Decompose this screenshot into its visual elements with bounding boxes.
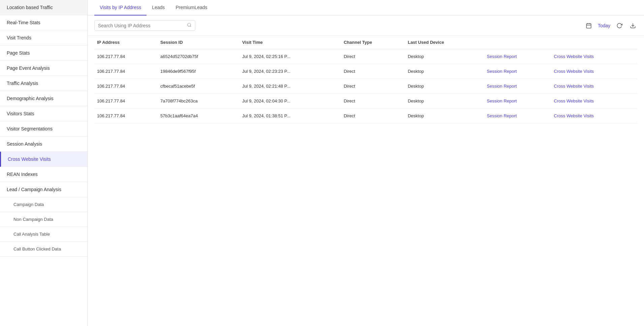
svg-rect-2 xyxy=(586,24,591,28)
cross-website-visits-link[interactable]: Cross Website Visits xyxy=(554,98,594,103)
sidebar-item-session-analysis[interactable]: Session Analysis xyxy=(0,137,87,152)
cross-website-visits-link[interactable]: Cross Website Visits xyxy=(554,113,594,118)
cell-device: Desktop xyxy=(405,49,484,64)
calendar-button[interactable] xyxy=(584,22,593,29)
svg-point-0 xyxy=(188,23,191,26)
today-label[interactable]: Today xyxy=(598,23,610,28)
tabs-bar: Visits by IP AddressLeadsPremiumLeads xyxy=(88,0,644,16)
main-content: Visits by IP AddressLeadsPremiumLeads To… xyxy=(88,0,644,326)
cell-channel: Direct xyxy=(341,94,405,109)
cell-session-report[interactable]: Session Report xyxy=(484,94,551,109)
table-row: 106.217.77.84cfbecaf51acebe5fJul 9, 2024… xyxy=(94,79,637,94)
cell-visit-time: Jul 9, 2024, 02:04:30 P... xyxy=(239,94,341,109)
sidebar-item-visitors-stats[interactable]: Visitors Stats xyxy=(0,106,87,121)
cell-ip: 106.217.77.84 xyxy=(94,49,158,64)
cell-session-report[interactable]: Session Report xyxy=(484,64,551,79)
cell-channel: Direct xyxy=(341,64,405,79)
toolbar-right: Today xyxy=(584,22,637,29)
col-ip-address: IP Address xyxy=(94,36,158,49)
cell-cross-website[interactable]: Cross Website Visits xyxy=(551,64,637,79)
cross-website-visits-link[interactable]: Cross Website Visits xyxy=(554,69,594,74)
cell-session-report[interactable]: Session Report xyxy=(484,79,551,94)
sidebar-item-visitor-segmentations[interactable]: Visitor Segmentations xyxy=(0,121,87,137)
col-channel-type: Channel Type xyxy=(341,36,405,49)
sidebar-item-cross-website-visits[interactable]: Cross Website Visits xyxy=(0,152,87,167)
cell-session: cfbecaf51acebe5f xyxy=(158,79,239,94)
table-row: 106.217.77.847a708f774bc263caJul 9, 2024… xyxy=(94,94,637,109)
cell-ip: 106.217.77.84 xyxy=(94,64,158,79)
tab-premium-leads[interactable]: PremiumLeads xyxy=(170,0,213,16)
col-session-id: Session ID xyxy=(158,36,239,49)
cell-device: Desktop xyxy=(405,64,484,79)
table-header-row: IP Address Session ID Visit Time Channel… xyxy=(94,36,637,49)
sidebar-item-call-analysis-table[interactable]: Call Analysis Table xyxy=(0,227,87,242)
table-row: 106.217.77.8419846de9f567f95fJul 9, 2024… xyxy=(94,64,637,79)
cell-visit-time: Jul 9, 2024, 02:23:23 P... xyxy=(239,64,341,79)
sidebar-item-traffic-analysis[interactable]: Traffic Analysis xyxy=(0,76,87,91)
sidebar-item-lead-campaign-analysis[interactable]: Lead / Campaign Analysis xyxy=(0,182,87,197)
session-report-link[interactable]: Session Report xyxy=(487,113,517,118)
session-report-link[interactable]: Session Report xyxy=(487,54,517,59)
sidebar-item-rean-indexes[interactable]: REAN Indexes xyxy=(0,167,87,182)
cell-channel: Direct xyxy=(341,109,405,123)
refresh-button[interactable] xyxy=(615,22,624,29)
col-actions xyxy=(484,36,551,49)
sidebar-item-page-stats[interactable]: Page Stats xyxy=(0,46,87,61)
sidebar-item-non-campaign-data[interactable]: Non Campaign Data xyxy=(0,212,87,227)
session-report-link[interactable]: Session Report xyxy=(487,84,517,89)
table-wrap: IP Address Session ID Visit Time Channel… xyxy=(88,36,644,326)
sidebar-item-call-button-clicked-data[interactable]: Call Button Clicked Data xyxy=(0,242,87,257)
cell-cross-website[interactable]: Cross Website Visits xyxy=(551,79,637,94)
cell-session: a6524d52702db75f xyxy=(158,49,239,64)
cell-ip: 106.217.77.84 xyxy=(94,79,158,94)
cell-channel: Direct xyxy=(341,79,405,94)
sidebar-item-realtime-stats[interactable]: Real-Time Stats xyxy=(0,15,87,30)
session-report-link[interactable]: Session Report xyxy=(487,98,517,103)
tab-leads[interactable]: Leads xyxy=(147,0,170,16)
sidebar-item-campaign-data[interactable]: Campaign Data xyxy=(0,197,87,212)
cell-cross-website[interactable]: Cross Website Visits xyxy=(551,94,637,109)
cross-website-visits-link[interactable]: Cross Website Visits xyxy=(554,54,594,59)
col-last-used-device: Last Used Device xyxy=(405,36,484,49)
cell-cross-website[interactable]: Cross Website Visits xyxy=(551,109,637,123)
cell-session: 19846de9f567f95f xyxy=(158,64,239,79)
svg-line-1 xyxy=(190,26,191,27)
cell-visit-time: Jul 9, 2024, 02:21:48 P... xyxy=(239,79,341,94)
table-row: 106.217.77.84a6524d52702db75fJul 9, 2024… xyxy=(94,49,637,64)
cross-website-visits-link[interactable]: Cross Website Visits xyxy=(554,84,594,89)
sidebar-item-page-event-analysis[interactable]: Page Event Analysis xyxy=(0,61,87,76)
table-row: 106.217.77.8457b3c1aaf64ea7a4Jul 9, 2024… xyxy=(94,109,637,123)
col-visit-time: Visit Time xyxy=(239,36,341,49)
visits-table: IP Address Session ID Visit Time Channel… xyxy=(94,36,637,123)
cell-session-report[interactable]: Session Report xyxy=(484,109,551,123)
cell-visit-time: Jul 9, 2024, 01:38:51 P... xyxy=(239,109,341,123)
session-report-link[interactable]: Session Report xyxy=(487,69,517,74)
cell-device: Desktop xyxy=(405,94,484,109)
col-actions2 xyxy=(551,36,637,49)
search-box xyxy=(94,20,195,31)
cell-session: 57b3c1aaf64ea7a4 xyxy=(158,109,239,123)
tab-visits-by-ip[interactable]: Visits by IP Address xyxy=(94,0,147,16)
search-input[interactable] xyxy=(98,23,184,28)
download-button[interactable] xyxy=(629,22,637,29)
cell-ip: 106.217.77.84 xyxy=(94,109,158,123)
cell-channel: Direct xyxy=(341,49,405,64)
cell-cross-website[interactable]: Cross Website Visits xyxy=(551,49,637,64)
sidebar: Location based TrafficReal-Time StatsVis… xyxy=(0,0,88,326)
sidebar-item-demographic-analysis[interactable]: Demographic Analysis xyxy=(0,91,87,106)
cell-device: Desktop xyxy=(405,79,484,94)
sidebar-item-visit-trends[interactable]: Visit Trends xyxy=(0,30,87,46)
cell-device: Desktop xyxy=(405,109,484,123)
cell-session: 7a708f774bc263ca xyxy=(158,94,239,109)
cell-ip: 106.217.77.84 xyxy=(94,94,158,109)
sidebar-item-location-traffic[interactable]: Location based Traffic xyxy=(0,0,87,15)
cell-visit-time: Jul 9, 2024, 02:25:16 P... xyxy=(239,49,341,64)
toolbar: Today xyxy=(88,16,644,36)
search-icon xyxy=(187,23,192,28)
cell-session-report[interactable]: Session Report xyxy=(484,49,551,64)
